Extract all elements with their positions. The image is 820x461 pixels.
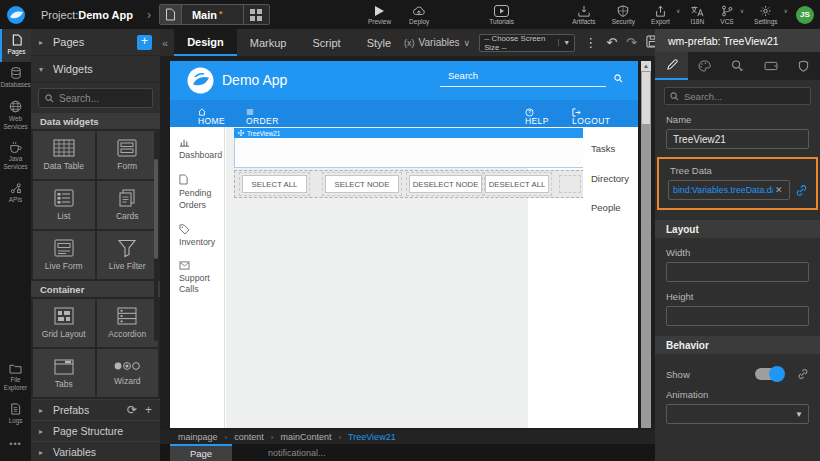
tree-data-bind-field[interactable]: ✕ — [668, 180, 790, 200]
link-directory[interactable]: Directory — [591, 173, 629, 184]
tab-inspect[interactable] — [721, 52, 754, 80]
rail-item-logs[interactable]: Logs — [0, 398, 31, 431]
nav-help[interactable]: ?HELP — [525, 108, 534, 117]
export-button[interactable]: Export — [645, 0, 676, 29]
collapse-left-panel-icon[interactable]: « — [160, 37, 174, 49]
i18n-button[interactable]: I18N — [684, 0, 710, 29]
more-options-icon[interactable]: ⋮ — [584, 35, 597, 50]
widget-search-input[interactable] — [59, 93, 149, 104]
widgets-section-header[interactable]: ▾ Widgets — [31, 56, 160, 83]
tab-design[interactable]: Design — [174, 29, 237, 56]
widget-live-form[interactable]: Live Form — [33, 231, 95, 279]
height-field-input[interactable] — [666, 306, 809, 326]
page-grid-icon[interactable] — [243, 5, 269, 24]
left-panel-scrollbar[interactable] — [154, 131, 158, 341]
rail-item-databases[interactable]: Databases — [0, 62, 31, 95]
pages-section-header[interactable]: ▸ Pages + — [31, 29, 160, 56]
artifacts-button[interactable]: Artifacts — [566, 0, 601, 29]
sidebar-item-inventory[interactable]: Inventory — [170, 214, 224, 251]
redo-icon[interactable]: ↷ — [626, 35, 637, 50]
security-button[interactable]: Security — [606, 0, 641, 29]
search-icon[interactable] — [614, 69, 623, 87]
scrollbar-thumb[interactable] — [642, 72, 650, 124]
nav-order[interactable]: ORDER — [246, 108, 254, 116]
widget-title-bar[interactable]: TreeView21 — [234, 128, 584, 138]
clear-binding-icon[interactable]: ✕ — [773, 185, 785, 195]
widget-tabs[interactable]: Tabs — [33, 349, 95, 397]
user-avatar[interactable]: JS — [796, 6, 814, 24]
variables-section-header[interactable]: ▸ Variables — [31, 441, 160, 461]
breadcrumb-content[interactable]: content — [234, 432, 264, 442]
animation-select[interactable]: ▼ — [666, 404, 809, 424]
widget-search[interactable] — [38, 88, 153, 108]
refresh-prefabs-icon[interactable]: ⟳ — [127, 403, 137, 417]
selected-widget-treeview[interactable]: TreeView21 SELECT ALL SELECT NODE DESELE… — [234, 128, 584, 198]
tutorials-button[interactable]: Tutorials — [483, 0, 520, 29]
tab-styles[interactable] — [688, 52, 721, 80]
nav-logout[interactable]: LOGOUT — [572, 108, 581, 117]
wavemaker-logo-icon[interactable] — [0, 0, 31, 29]
widget-grid-layout[interactable]: Grid Layout — [33, 299, 95, 347]
widget-list[interactable]: List — [33, 181, 95, 229]
preview-button[interactable]: Preview — [362, 0, 397, 29]
link-icon[interactable] — [797, 368, 809, 380]
collapse-caret-icon: ▸ — [39, 427, 47, 436]
tab-style[interactable]: Style — [354, 29, 404, 56]
page-structure-section-header[interactable]: ▸ Page Structure — [31, 420, 160, 441]
tab-security[interactable] — [787, 52, 820, 80]
rail-item-pages[interactable]: Pages — [0, 29, 31, 62]
variables-menu[interactable]: (x)Variables∨ — [404, 37, 470, 48]
rail-item-java-services[interactable]: Java Services — [0, 136, 31, 177]
show-toggle[interactable] — [755, 368, 783, 380]
add-page-button[interactable]: + — [137, 35, 152, 50]
widget-cards[interactable]: Cards — [97, 181, 159, 229]
rail-item-web-services[interactable]: Web Services — [0, 95, 31, 137]
canvas-scrollbar[interactable]: ▲ — [641, 61, 651, 428]
widget-wizard[interactable]: Wizard — [97, 349, 159, 397]
rail-overflow-button[interactable]: ••• — [0, 439, 31, 449]
app-search-placeholder[interactable]: Search — [448, 70, 478, 81]
properties-search-input[interactable] — [684, 91, 794, 102]
page-tab[interactable]: Page — [170, 444, 232, 461]
breadcrumb-treeview21[interactable]: TreeView21 — [348, 432, 396, 442]
rail-item-file-explorer[interactable]: File Explorer — [0, 358, 31, 398]
screen-size-select[interactable]: -- Choose Screen Size --▼ — [479, 34, 575, 52]
bind-link-icon[interactable] — [795, 184, 808, 197]
tab-script[interactable]: Script — [300, 29, 354, 56]
tree-data-bind-input[interactable] — [673, 185, 773, 195]
deselect-node-button[interactable]: DESELECT NODE — [409, 175, 482, 193]
rail-item-apis[interactable]: APIs — [0, 177, 31, 210]
vcs-button[interactable]: VCS — [714, 0, 739, 29]
tab-markup[interactable]: Markup — [237, 29, 300, 56]
sidebar-item-dashboard[interactable]: Dashboard — [170, 127, 224, 164]
scroll-up-icon[interactable]: ▲ — [641, 61, 651, 71]
page-selector[interactable]: Main* — [159, 4, 270, 25]
select-all-button[interactable]: SELECT ALL — [242, 175, 307, 193]
treeview-empty-area[interactable] — [234, 138, 584, 168]
widget-accordion[interactable]: Accordion — [97, 299, 159, 347]
link-people[interactable]: People — [591, 202, 621, 213]
select-node-button[interactable]: SELECT NODE — [325, 175, 399, 193]
link-tasks[interactable]: Tasks — [591, 143, 615, 154]
app-navbar: HOME ORDER ?HELP LOGOUT — [170, 100, 638, 127]
add-prefab-icon[interactable]: + — [145, 403, 152, 417]
prefabs-section-header[interactable]: ▸ Prefabs ⟳ + — [31, 399, 160, 420]
tab-device[interactable] — [754, 52, 787, 80]
widget-form[interactable]: Form — [97, 131, 159, 179]
sidebar-item-support-calls[interactable]: Support Calls — [170, 251, 224, 299]
settings-button[interactable]: Settings — [748, 0, 784, 29]
design-canvas[interactable]: Demo App Search HOME ORDER ?HELP LOGOUT — [170, 61, 638, 428]
widget-live-filter[interactable]: Live Filter — [97, 231, 159, 279]
deploy-button[interactable]: Deploy — [403, 0, 435, 29]
width-field-input[interactable] — [666, 262, 809, 282]
properties-search[interactable] — [664, 87, 811, 105]
widget-data-table[interactable]: Data Table — [33, 131, 95, 179]
deselect-all-button[interactable]: DESELECT ALL — [485, 175, 549, 193]
nav-home[interactable]: HOME — [198, 108, 206, 116]
undo-icon[interactable]: ↶ — [606, 35, 617, 50]
breadcrumb-maincontent[interactable]: mainContent — [280, 432, 331, 442]
breadcrumb-mainpage[interactable]: mainpage — [178, 432, 218, 442]
tab-properties[interactable] — [655, 52, 688, 80]
name-field-input[interactable] — [666, 129, 809, 149]
sidebar-item-pending-orders[interactable]: Pending Orders — [170, 164, 224, 214]
